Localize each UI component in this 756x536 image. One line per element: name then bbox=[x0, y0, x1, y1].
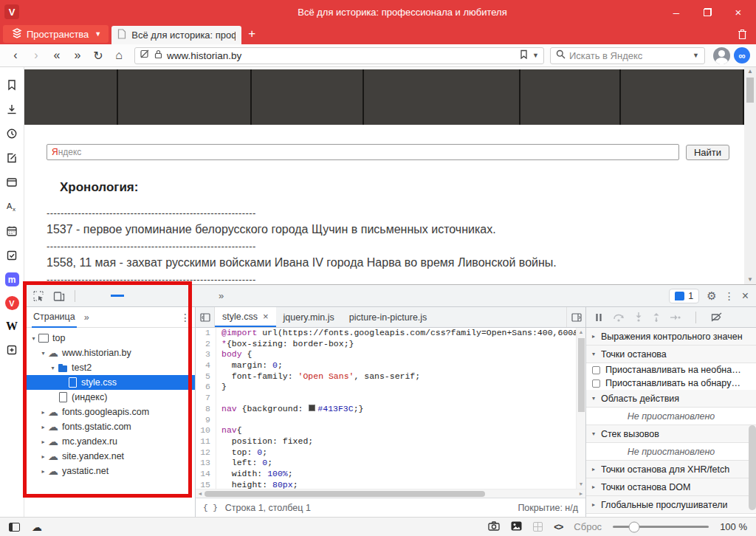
section-expand-icon[interactable]: ▸ bbox=[592, 484, 601, 490]
scroll-down-arrow-icon[interactable]: ▼ bbox=[579, 480, 584, 489]
editor-vertical-scrollbar[interactable]: ▲ ▼ bbox=[576, 328, 585, 489]
site-nav-link[interactable] bbox=[252, 69, 364, 125]
tree-expand-icon[interactable]: ▸ bbox=[38, 453, 48, 460]
sidebar-scroll-thumb[interactable] bbox=[749, 425, 756, 510]
section-expand-icon[interactable]: ▸ bbox=[592, 333, 601, 340]
workspaces-button[interactable]: Пространства ▼ bbox=[3, 25, 109, 43]
file-tree-item[interactable]: ▸ fonts.gstatic.com bbox=[24, 419, 195, 434]
section-expand-icon[interactable]: ▾ bbox=[592, 395, 601, 402]
content-blocker-icon[interactable] bbox=[140, 49, 150, 62]
rewind-button[interactable]: « bbox=[47, 49, 66, 62]
yandex-search-input[interactable]: Яндекс bbox=[47, 144, 679, 160]
zoom-slider-knob[interactable] bbox=[628, 521, 639, 532]
pause-script-icon[interactable] bbox=[595, 313, 602, 322]
devtools-settings-icon[interactable]: ⚙ bbox=[707, 289, 716, 303]
file-tree-item[interactable]: ▾ www.historian.by bbox=[24, 346, 195, 360]
site-nav-link[interactable] bbox=[621, 69, 744, 125]
tree-expand-icon[interactable]: ▾ bbox=[38, 350, 48, 357]
debugger-section-row[interactable]: ▾ Область действия bbox=[586, 390, 756, 408]
translate-panel-icon[interactable]: Ax bbox=[4, 199, 19, 214]
section-expand-icon[interactable]: ▾ bbox=[592, 430, 601, 437]
new-tab-button[interactable]: + bbox=[241, 24, 262, 44]
inspect-element-icon[interactable] bbox=[29, 287, 48, 305]
vivaldi-logo-icon[interactable]: V bbox=[4, 4, 19, 19]
scroll-down-arrow-icon[interactable]: ▼ bbox=[747, 275, 753, 284]
file-tree-item[interactable]: ▸ site.yandex.net bbox=[24, 449, 195, 464]
file-tree-item[interactable]: ▸ mc.yandex.ru bbox=[24, 434, 195, 449]
section-expand-icon[interactable]: ▾ bbox=[592, 351, 601, 357]
site-nav-link[interactable] bbox=[24, 69, 118, 125]
url-dropdown-icon[interactable]: ▼ bbox=[532, 52, 539, 59]
scroll-right-arrow-icon[interactable]: ► bbox=[577, 491, 585, 496]
zoom-reset-label[interactable]: Сброс bbox=[574, 521, 602, 532]
sync-account-icon[interactable]: ∞ bbox=[734, 47, 750, 63]
windows-panel-icon[interactable] bbox=[4, 175, 19, 190]
devtools-close-icon[interactable]: × bbox=[742, 289, 749, 303]
section-expand-icon[interactable]: ▸ bbox=[592, 501, 601, 508]
editor-tab[interactable]: jquery.min.js × bbox=[276, 307, 342, 327]
file-tree-item[interactable]: style.css bbox=[24, 375, 195, 390]
site-nav-link[interactable] bbox=[364, 69, 520, 125]
debugger-section-row[interactable]: ▸ Точки останова для XHR/fetch bbox=[586, 461, 756, 478]
scroll-thumb[interactable] bbox=[578, 338, 585, 412]
editor-horizontal-scrollbar[interactable]: ◄ ► bbox=[196, 489, 585, 498]
tree-expand-icon[interactable]: ▾ bbox=[29, 335, 38, 342]
find-button[interactable]: Найти bbox=[686, 145, 729, 160]
panel-more-tabs-icon[interactable]: » bbox=[84, 312, 89, 323]
editor-tab[interactable]: style.css × bbox=[215, 307, 276, 327]
scroll-thumb[interactable] bbox=[205, 491, 485, 497]
pretty-print-icon[interactable]: { } bbox=[203, 504, 218, 512]
active-tab[interactable]: Всё для историка: професс bbox=[111, 26, 241, 44]
debugger-section-row[interactable]: Приостанавливать на необна… bbox=[586, 363, 756, 377]
page-actions-icon[interactable] bbox=[511, 520, 522, 534]
add-web-panel-icon[interactable] bbox=[4, 343, 19, 357]
profile-avatar[interactable] bbox=[713, 47, 730, 64]
deactivate-breakpoints-icon[interactable] bbox=[711, 312, 722, 322]
toggle-panel-icon[interactable] bbox=[9, 523, 20, 532]
debugger-section-row[interactable]: ▾ Точки останова bbox=[586, 346, 756, 363]
page-source-icon[interactable]: <> bbox=[554, 522, 563, 532]
zoom-slider[interactable] bbox=[613, 526, 709, 528]
section-expand-icon[interactable]: ▸ bbox=[592, 466, 601, 473]
closed-tabs-trash-button[interactable] bbox=[729, 24, 756, 44]
debugger-section-row[interactable]: ▸ Глобальные прослушиватели bbox=[586, 496, 756, 514]
debugger-section-row[interactable]: ▸ Выражения контрольного значен bbox=[586, 328, 756, 346]
reload-button[interactable]: ↻ bbox=[89, 49, 108, 63]
file-tree-item[interactable]: ▸ fonts.googleapis.com bbox=[24, 405, 195, 419]
forward-button[interactable]: › bbox=[27, 49, 46, 62]
fast-forward-button[interactable]: » bbox=[68, 49, 87, 62]
tree-expand-icon[interactable]: ▸ bbox=[38, 409, 48, 416]
step-out-icon[interactable] bbox=[653, 312, 660, 322]
tiling-icon[interactable] bbox=[533, 522, 543, 532]
vivaldi-panel-icon[interactable]: V bbox=[5, 296, 19, 310]
debugger-section-row[interactable]: ▸ Точки останова DOM bbox=[586, 478, 756, 496]
device-toolbar-icon[interactable] bbox=[49, 287, 69, 305]
debugger-section-row[interactable]: Не приостановлено bbox=[586, 408, 756, 425]
devtools-tab[interactable] bbox=[111, 295, 124, 297]
debugger-section-row[interactable]: Не приостановлено bbox=[586, 443, 756, 461]
debugger-section-row[interactable]: Приостанавливать на обнару… bbox=[586, 377, 756, 390]
file-tree-item[interactable]: ▸ yastatic.net bbox=[24, 464, 195, 478]
search-engine-dropdown-icon[interactable]: ▼ bbox=[693, 52, 699, 59]
minimize-button[interactable]: – bbox=[670, 6, 682, 18]
bookmarks-panel-icon[interactable] bbox=[4, 78, 19, 92]
site-nav-link[interactable] bbox=[118, 69, 252, 125]
panel-menu-icon[interactable]: ⋮ bbox=[180, 312, 190, 323]
url-field[interactable]: www.historian.by ▼ bbox=[134, 47, 544, 64]
browser-search-field[interactable]: Искать в Яндекс ▼ bbox=[550, 47, 705, 64]
tree-expand-icon[interactable]: ▸ bbox=[38, 439, 48, 445]
toggle-navigator-icon[interactable] bbox=[196, 307, 215, 327]
file-tree-item[interactable]: (индекс) bbox=[24, 390, 195, 405]
page-capture-icon[interactable]: ☁ bbox=[32, 523, 42, 532]
devtools-menu-icon[interactable]: ⋮ bbox=[724, 290, 735, 302]
back-button[interactable]: ‹ bbox=[6, 49, 25, 62]
checkbox[interactable] bbox=[592, 366, 600, 374]
tree-expand-icon[interactable]: ▸ bbox=[38, 468, 48, 475]
lock-icon[interactable] bbox=[154, 49, 162, 62]
checkbox[interactable] bbox=[592, 379, 600, 388]
capture-screenshot-icon[interactable] bbox=[488, 520, 500, 534]
scroll-up-arrow-icon[interactable]: ▲ bbox=[747, 67, 753, 76]
tree-expand-icon[interactable]: ▸ bbox=[38, 424, 48, 430]
more-tabs-icon[interactable]: » bbox=[214, 290, 228, 301]
restore-button[interactable] bbox=[701, 6, 713, 18]
